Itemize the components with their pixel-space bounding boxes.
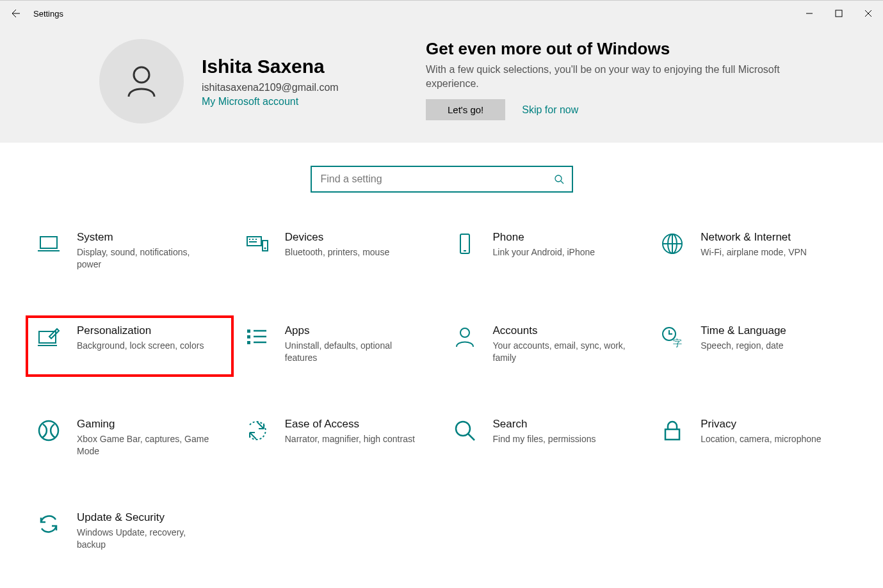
person-icon (121, 61, 162, 102)
lock-icon (660, 418, 685, 443)
svg-point-18 (456, 422, 470, 436)
svg-point-17 (39, 421, 58, 440)
tile-desc: Link your Android, iPhone (493, 246, 595, 258)
time-language-icon: 字 (660, 324, 685, 350)
tile-title: Gaming (77, 418, 211, 431)
tile-apps[interactable]: Apps Uninstall, defaults, optional featu… (234, 315, 442, 377)
svg-rect-13 (247, 341, 250, 344)
tile-title: System (77, 231, 211, 244)
tile-desc: Location, camera, microphone (701, 433, 821, 445)
svg-point-6 (264, 248, 266, 250)
tile-title: Personalization (77, 324, 204, 337)
tile-title: Apps (285, 324, 419, 337)
tile-desc: Background, lock screen, colors (77, 340, 204, 352)
tile-phone[interactable]: Phone Link your Android, iPhone (442, 222, 650, 283)
back-button[interactable] (0, 1, 29, 26)
person-outline-icon (452, 324, 478, 350)
svg-rect-3 (40, 237, 57, 248)
tile-search[interactable]: Search Find my files, permissions (442, 409, 650, 470)
my-account-link[interactable]: My Microsoft account (202, 96, 339, 107)
svg-rect-12 (247, 335, 250, 338)
tile-ease-of-access[interactable]: Ease of Access Narrator, magnifier, high… (234, 409, 442, 470)
globe-icon (660, 231, 685, 257)
lets-go-button[interactable]: Let's go! (426, 99, 505, 120)
tile-desc: Speech, region, date (701, 340, 786, 352)
tile-title: Devices (285, 231, 389, 244)
close-icon (864, 10, 872, 17)
tile-desc: Windows Update, recovery, backup (77, 527, 211, 551)
svg-rect-0 (836, 10, 842, 17)
keyboard-icon (244, 231, 270, 257)
svg-point-14 (460, 328, 469, 337)
tile-personalization[interactable]: Personalization Background, lock screen,… (26, 315, 234, 377)
tile-time-language[interactable]: 字 Time & Language Speech, region, date (649, 315, 857, 377)
search-icon (554, 174, 564, 184)
close-button[interactable] (854, 1, 883, 26)
tile-network[interactable]: Network & Internet Wi-Fi, airplane mode,… (649, 222, 857, 283)
titlebar: Settings (0, 1, 883, 26)
tile-title: Privacy (701, 418, 821, 431)
svg-rect-11 (247, 330, 250, 333)
search-box[interactable] (311, 166, 573, 193)
phone-icon (452, 231, 478, 257)
xbox-icon (36, 418, 61, 443)
paint-icon (36, 324, 61, 350)
laptop-icon (36, 231, 61, 257)
maximize-icon (835, 10, 843, 17)
tile-desc: Bluetooth, printers, mouse (285, 246, 389, 258)
tile-gaming[interactable]: Gaming Xbox Game Bar, captures, Game Mod… (26, 409, 234, 470)
sync-icon (36, 511, 61, 537)
header-section: Ishita Saxena ishitasaxena2109@gmail.com… (0, 26, 883, 143)
promo-block: Get even more out of Windows With a few … (426, 39, 823, 123)
tile-accounts[interactable]: Accounts Your accounts, email, sync, wor… (442, 315, 650, 377)
tile-privacy[interactable]: Privacy Location, camera, microphone (649, 409, 857, 470)
skip-link[interactable]: Skip for now (522, 104, 578, 116)
tile-update-security[interactable]: Update & Security Windows Update, recove… (26, 502, 234, 564)
tile-title: Ease of Access (285, 418, 415, 431)
tile-desc: Display, sound, notifications, power (77, 246, 211, 271)
svg-rect-5 (263, 241, 268, 251)
tile-title: Update & Security (77, 511, 211, 524)
tile-desc: Uninstall, defaults, optional features (285, 340, 419, 364)
tile-title: Accounts (493, 324, 628, 337)
profile-name: Ishita Saxena (202, 55, 339, 78)
arrow-left-icon (10, 8, 20, 19)
profile-email: ishitasaxena2109@gmail.com (202, 82, 339, 93)
svg-point-2 (555, 175, 562, 182)
svg-text:字: 字 (673, 338, 682, 348)
promo-body: With a few quick selections, you'll be o… (426, 63, 823, 90)
tile-title: Time & Language (701, 324, 786, 337)
tile-title: Phone (493, 231, 595, 244)
profile-block: Ishita Saxena ishitasaxena2109@gmail.com… (99, 39, 407, 123)
tile-title: Network & Internet (701, 231, 807, 244)
tile-desc: Find my files, permissions (493, 433, 596, 445)
tile-system[interactable]: System Display, sound, notifications, po… (26, 222, 234, 283)
minimize-icon (806, 10, 813, 17)
maximize-button[interactable] (824, 1, 854, 26)
minimize-button[interactable] (795, 1, 824, 26)
avatar[interactable] (99, 39, 184, 123)
tile-desc: Xbox Game Bar, captures, Game Mode (77, 433, 211, 457)
search-input[interactable] (320, 173, 554, 186)
tile-title: Search (493, 418, 596, 431)
tile-desc: Narrator, magnifier, high contrast (285, 433, 415, 445)
ease-icon (244, 418, 270, 443)
tile-desc: Wi-Fi, airplane mode, VPN (701, 246, 807, 258)
window-title: Settings (33, 9, 63, 19)
svg-rect-19 (665, 429, 679, 440)
promo-title: Get even more out of Windows (426, 39, 823, 59)
svg-point-1 (134, 67, 149, 83)
magnifier-icon (452, 418, 478, 443)
settings-grid: System Display, sound, notifications, po… (0, 222, 883, 564)
tile-devices[interactable]: Devices Bluetooth, printers, mouse (234, 222, 442, 283)
tile-desc: Your accounts, email, sync, work, family (493, 340, 628, 364)
apps-list-icon (244, 324, 270, 350)
